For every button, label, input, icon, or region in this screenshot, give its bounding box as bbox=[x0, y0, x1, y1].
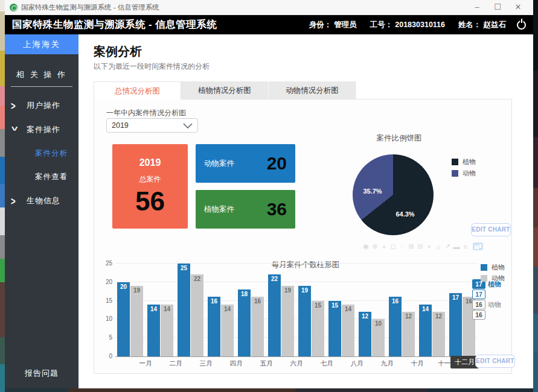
y-axis-tick-label: 5 bbox=[100, 334, 112, 341]
sidebar-item-case-view[interactable]: 案件查看 bbox=[5, 172, 78, 182]
identity-label: 身份： bbox=[309, 21, 332, 29]
bar-动物[interactable]: 22 bbox=[191, 274, 203, 356]
bar-value-label: 12 bbox=[432, 313, 445, 320]
tooltip-series-name: 动物 bbox=[488, 300, 501, 309]
minimize-button[interactable]: – bbox=[467, 0, 487, 14]
bar-动物[interactable]: 10 bbox=[372, 319, 385, 356]
bar-植物[interactable]: 17 bbox=[449, 293, 462, 356]
sidebar-item-customs[interactable]: 上海海关 bbox=[5, 34, 78, 54]
year-select-value: 2019 bbox=[112, 121, 183, 130]
pie-chart-block: 案件比例饼图 35.7%64.3% 植物动物 EDIT CHART bbox=[342, 132, 517, 244]
pie-legend-item[interactable]: 动物 bbox=[452, 169, 476, 178]
bar-植物[interactable]: 16 bbox=[389, 297, 402, 356]
bar-植物[interactable]: 25 bbox=[178, 264, 190, 356]
bar-动物[interactable]: 12 bbox=[402, 312, 415, 356]
desktop-background-bottom bbox=[5, 388, 533, 392]
close-button[interactable]: ✕ bbox=[508, 0, 528, 14]
x-axis-label: 五月 bbox=[253, 359, 280, 368]
bar-动物[interactable]: 15 bbox=[312, 301, 324, 356]
bar-动物[interactable]: 19 bbox=[130, 286, 143, 356]
chevron-down-icon bbox=[183, 123, 193, 128]
sidebar-item-case-analysis[interactable]: 案件分析 bbox=[5, 148, 78, 159]
bar-group: 2522 bbox=[178, 264, 204, 356]
x-axis-label: 二月 bbox=[162, 359, 189, 368]
bar-植物[interactable]: 20 bbox=[117, 282, 130, 356]
bar-value-label: 18 bbox=[238, 291, 251, 297]
reset-axes-icon[interactable]: ⌂ bbox=[434, 243, 443, 250]
sidebar-item-user-ops[interactable]: >用户操作 bbox=[5, 100, 78, 111]
sidebar-item-case-ops[interactable]: >案件操作 bbox=[5, 124, 78, 135]
bar-value-label: 15 bbox=[328, 302, 341, 309]
edit-pie-chart-button[interactable]: EDIT CHART bbox=[471, 223, 511, 236]
autoscale-icon[interactable]: × bbox=[425, 243, 434, 250]
main-content: 案例分析 以下为最近一段时间案件情况的分析 总情况分析图植物情况分析图动物情况分… bbox=[78, 34, 533, 388]
bar-group: 1210 bbox=[359, 264, 385, 356]
bar-动物[interactable]: 14 bbox=[161, 305, 173, 356]
bar-动物[interactable]: 12 bbox=[432, 312, 445, 356]
sidebar-item-report-issue[interactable]: 报告问题 bbox=[5, 368, 78, 379]
bar-植物[interactable]: 14 bbox=[147, 305, 160, 356]
plotly-logo-icon[interactable] bbox=[473, 242, 483, 250]
name-value: 赵益石 bbox=[484, 21, 507, 29]
camera-icon[interactable]: ◉ bbox=[362, 242, 370, 250]
bar-植物[interactable]: 19 bbox=[298, 286, 311, 356]
zoom-in-icon[interactable]: ⊞ bbox=[407, 242, 415, 250]
bar-value-label: 19 bbox=[281, 287, 294, 294]
box-select-icon[interactable]: ◻ bbox=[389, 242, 397, 250]
bar-动物[interactable]: 16 bbox=[251, 297, 264, 356]
worker-id-field: 工号：201830310116 bbox=[370, 20, 445, 30]
x-axis-label: 三月 bbox=[193, 359, 219, 368]
year-select[interactable]: 2019 bbox=[106, 118, 198, 133]
page-title: 案例分析 bbox=[94, 43, 142, 60]
tab-overall[interactable]: 总情况分析图 bbox=[94, 81, 181, 100]
bar-group: 2219 bbox=[268, 264, 295, 356]
bar-value-label: 10 bbox=[372, 320, 385, 327]
total-card-value: 56 bbox=[112, 188, 188, 215]
pie-legend-item[interactable]: 植物 bbox=[452, 157, 476, 166]
bar-植物[interactable]: 12 bbox=[359, 312, 371, 356]
tab-plant[interactable]: 植物情况分析图 bbox=[181, 81, 269, 100]
pan-icon[interactable]: + bbox=[380, 243, 388, 250]
app-title: 国家特殊生物监测与溯源系统 - 信息管理系统 bbox=[12, 18, 296, 31]
bar-group: 1612 bbox=[389, 264, 415, 356]
tab-bar: 总情况分析图植物情况分析图动物情况分析图 bbox=[94, 81, 356, 100]
hover-closest-icon[interactable]: ▬ bbox=[452, 243, 461, 250]
bar-植物[interactable]: 16 bbox=[208, 297, 220, 356]
bar-植物[interactable]: 15 bbox=[328, 301, 341, 356]
x-axis-label: 四月 bbox=[223, 359, 249, 368]
x-axis-label: 六月 bbox=[283, 359, 310, 368]
app-header: 国家特殊生物监测与溯源系统 - 信息管理系统 身份：管理员 工号：2018303… bbox=[5, 15, 533, 34]
total-cases-card: 2019 总案件 56 bbox=[112, 144, 188, 229]
bar-植物[interactable]: 14 bbox=[419, 305, 432, 356]
magnifier-icon[interactable]: ⊕ bbox=[371, 242, 379, 250]
sidebar-item-bio-info[interactable]: >生物信息 bbox=[5, 195, 78, 206]
hover-compare-icon[interactable]: ≡ bbox=[461, 243, 470, 250]
spikeline-icon[interactable]: ↗ bbox=[443, 242, 452, 250]
bar-植物[interactable]: 22 bbox=[268, 274, 281, 356]
tooltip-boxes: 1616 bbox=[472, 300, 485, 320]
worker-id-value: 201830310116 bbox=[395, 21, 445, 29]
worker-id-label: 工号： bbox=[370, 21, 393, 29]
bar-value-label: 14 bbox=[221, 306, 234, 312]
bar-植物[interactable]: 18 bbox=[238, 289, 251, 356]
pie-slice-label: 35.7% bbox=[357, 188, 388, 195]
bar-chart-plot: 0510152025一月2019二月1414三月2522四月1614五月1816… bbox=[115, 264, 478, 357]
sidebar-item-label: 用户操作 bbox=[27, 100, 60, 111]
bar-group: 1414 bbox=[147, 264, 174, 356]
edit-bar-chart-button[interactable]: EDIT CHART bbox=[475, 355, 515, 368]
bar-动物[interactable]: 14 bbox=[342, 305, 354, 356]
bar-legend-item[interactable]: 植物 bbox=[481, 263, 505, 272]
x-axis-label: 九月 bbox=[374, 359, 400, 368]
tab-animal[interactable]: 动物情况分析图 bbox=[269, 81, 356, 100]
bar-动物[interactable]: 14 bbox=[221, 305, 234, 356]
name-field: 姓名：赵益石 bbox=[458, 20, 506, 30]
maximize-button[interactable]: ☐ bbox=[487, 0, 508, 14]
zoom-out-icon[interactable]: ⊟ bbox=[416, 242, 424, 250]
bar-动物[interactable]: 19 bbox=[281, 286, 294, 356]
power-icon[interactable] bbox=[517, 21, 526, 30]
window-titlebar: 国家特殊生物监测与溯源系统 - 信息管理系统 – ☐ ✕ bbox=[5, 0, 533, 15]
window-title: 国家特殊生物监测与溯源系统 - 信息管理系统 bbox=[21, 3, 467, 12]
bar-group: 1412 bbox=[419, 264, 446, 356]
bar-legend-item[interactable]: 动物 bbox=[481, 274, 505, 283]
lasso-icon[interactable]: ◌ bbox=[398, 243, 406, 250]
